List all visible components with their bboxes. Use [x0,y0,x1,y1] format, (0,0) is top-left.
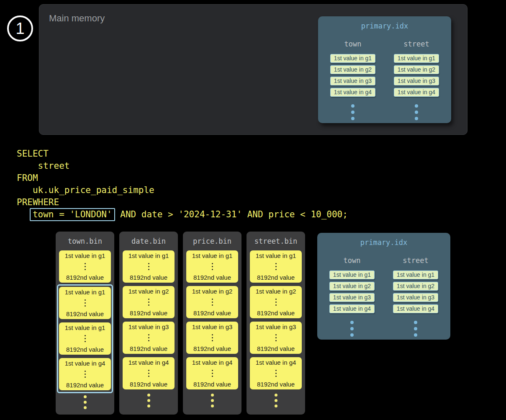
ellipsis-dots [275,299,277,306]
primary-idx-columns: town 1st value in g1 1st value in g2 1st… [317,256,450,337]
granule-last-value: 8192nd value [257,381,295,388]
granule-cell: 1st value in g1 8192nd value [250,250,302,283]
granule-first-value: 1st value in g2 [256,288,296,295]
selected-granules-highlight: 1st value in g1 8192nd value 1st value i… [57,284,113,393]
ellipsis-dots [56,395,114,409]
idx-column-label: town [344,256,361,265]
idx-mark-cell: 1st value in g2 [329,282,375,291]
ellipsis-dots [275,263,277,270]
granule-first-value: 1st value in g1 [256,252,296,259]
step-1-badge: 1 [7,15,33,41]
granule-first-value: 1st value in g1 [65,324,105,331]
granule-last-value: 8192nd value [66,381,104,389]
bin-title: street.bin [247,232,305,245]
bin-title: price.bin [183,232,241,245]
ellipsis-dots [415,104,418,120]
idx-mark-cell: 1st value in g2 [393,282,438,291]
bin-cells: 1st value in g1 8192nd value 1st value i… [247,250,305,407]
idx-column-street: street 1st value in g1 1st value in g2 1… [393,40,439,120]
granule-cell: 1st value in g4 8192nd value [250,357,302,389]
granule-first-value: 1st value in g4 [128,359,169,366]
idx-mark-cell: 1st value in g4 [394,88,439,97]
granule-first-value: 1st value in g3 [256,323,296,330]
idx-mark-cell: 1st value in g3 [393,293,438,302]
granule-last-value: 8192nd value [257,274,295,281]
granule-first-value: 1st value in g2 [128,288,169,295]
primary-idx-title: primary.idx [317,233,450,247]
ellipsis-dots [212,334,213,341]
idx-mark-cell: 1st value in g4 [330,88,375,97]
granule-last-value: 8192nd value [130,309,167,317]
idx-column-label: street [403,256,428,265]
granule-first-value: 1st value in g1 [65,252,105,259]
granule-last-value: 8192nd value [66,310,104,317]
bin-column-street: street.bin 1st value in g1 8192nd value … [247,232,305,415]
ellipsis-dots [275,334,277,341]
ellipsis-dots [212,263,213,270]
sql-line: street [17,160,348,172]
granule-first-value: 1st value in g1 [192,252,233,259]
idx-mark-cell: 1st value in g2 [394,65,439,74]
granule-cell-selected: 1st value in g1 8192nd value [59,287,111,319]
primary-idx-box-top: primary.idx town 1st value in g1 1st val… [318,16,451,123]
granule-last-value: 8192nd value [257,345,295,352]
granule-last-value: 8192nd value [66,346,104,353]
granule-last-value: 8192nd value [193,345,231,352]
idx-mark-cell: 1st value in g3 [330,77,375,85]
idx-column-town: town 1st value in g1 1st value in g2 1st… [329,256,375,337]
primary-idx-box-bottom: primary.idx town 1st value in g1 1st val… [317,233,450,340]
granule-cell: 1st value in g4 8192nd value [123,357,175,389]
ellipsis-dots [85,263,86,270]
granule-cell: 1st value in g1 8192nd value [186,250,238,283]
ellipsis-dots [148,334,149,341]
idx-column-town: town 1st value in g1 1st value in g2 1st… [330,40,376,120]
granule-first-value: 1st value in g1 [65,289,105,296]
ellipsis-dots [85,299,86,307]
main-memory-title: Main memory [49,13,105,24]
ellipsis-dots [275,370,277,377]
ellipsis-dots [183,394,241,407]
granule-first-value: 1st value in g3 [192,323,233,330]
idx-column-street: street 1st value in g1 1st value in g2 1… [393,256,439,337]
idx-mark-cell: 1st value in g4 [393,304,438,313]
bin-title: date.bin [119,232,178,245]
granule-first-value: 1st value in g4 [192,359,233,366]
granule-cell: 1st value in g2 8192nd value [250,286,302,318]
sql-query: SELECT streetFROM uk.uk_price_paid_simpl… [17,148,348,221]
ellipsis-dots [119,394,178,407]
granule-first-value: 1st value in g1 [128,252,169,259]
granule-cell-selected: 1st value in g4 8192nd value [59,358,111,390]
granule-last-value: 8192nd value [130,274,167,281]
bin-title: town.bin [56,232,114,245]
sql-prewhere-line: town = 'LONDON' AND date > '2024-12-31' … [17,209,348,221]
idx-column-label: town [344,40,362,48]
granule-first-value: 1st value in g4 [65,360,105,367]
granule-last-value: 8192nd value [193,381,231,388]
granule-cell: 1st value in g1 8192nd value [59,250,111,283]
ellipsis-dots [148,299,149,306]
bin-column-town: town.bin 1st value in g1 8192nd value 1s… [56,232,114,415]
granule-cell: 1st value in g2 8192nd value [123,286,175,318]
granule-cell: 1st value in g3 8192nd value [123,322,175,354]
ellipsis-dots [212,370,213,377]
ellipsis-dots [351,104,354,120]
ellipsis-dots [212,299,213,306]
idx-mark-cell: 1st value in g1 [394,54,439,63]
granule-cell: 1st value in g2 8192nd value [186,286,238,318]
sql-prewhere-rest: AND date > '2024-12-31' AND price < 10_0… [115,209,348,219]
step-1-number: 1 [15,21,24,36]
sql-line: uk.uk_price_paid_simple [17,184,348,196]
ellipsis-dots [85,335,86,342]
granule-cell-selected: 1st value in g1 8192nd value [59,322,111,355]
ellipsis-dots [85,371,86,378]
bin-cells: 1st value in g1 8192nd value 1st value i… [183,250,241,407]
sql-line: FROM [17,172,348,184]
sql-line: PREWHERE [17,196,348,209]
granule-last-value: 8192nd value [193,274,231,281]
bin-cells: 1st value in g1 8192nd value 1st value i… [56,250,114,409]
idx-mark-cell: 1st value in g2 [330,65,375,74]
granule-cell: 1st value in g3 8192nd value [250,322,302,354]
idx-column-label: street [403,40,429,48]
granule-last-value: 8192nd value [257,309,295,317]
ellipsis-dots [414,321,417,337]
